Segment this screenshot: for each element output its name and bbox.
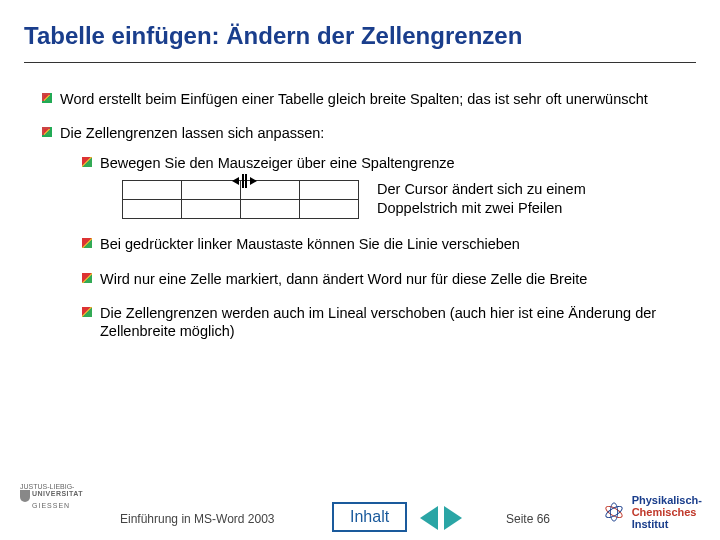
logo-line: UNIVERSITAT [32, 490, 83, 497]
page-number: Seite 66 [506, 512, 550, 526]
logo-line: Chemisches [632, 506, 702, 518]
bullet-item: Word erstellt beim Einfügen einer Tabell… [42, 90, 690, 108]
cursor-description: Der Cursor ändert sich zu einem Doppelst… [377, 180, 647, 216]
logo-line: JUSTUS-LIEBIG- [20, 483, 83, 491]
orbital-icon [603, 501, 625, 523]
logo-line: GIESSEN [20, 502, 83, 510]
sub-bullet-item: Bei gedrückter linker Maustaste können S… [82, 235, 690, 253]
content-area: Word erstellt beim Einfügen einer Tabell… [42, 90, 690, 356]
university-logo: JUSTUS-LIEBIG- UNIVERSITAT GIESSEN [20, 483, 83, 510]
nav-arrows [420, 506, 462, 530]
prev-slide-icon[interactable] [420, 506, 438, 530]
bullet-text: Bei gedrückter linker Maustaste können S… [100, 236, 520, 252]
sub-bullet-item: Bewegen Sie den Mauszeiger über eine Spa… [82, 154, 690, 219]
crest-icon [20, 490, 30, 502]
bullet-text: Word erstellt beim Einfügen einer Tabell… [60, 91, 648, 107]
bullet-text: Bewegen Sie den Mauszeiger über eine Spa… [100, 155, 455, 171]
bullet-text: Die Zellengrenzen werden auch im Lineal … [100, 305, 656, 339]
column-resize-cursor-icon [230, 174, 260, 190]
footer: JUSTUS-LIEBIG- UNIVERSITAT GIESSEN Einfü… [0, 486, 720, 540]
svg-point-2 [610, 503, 617, 521]
institute-logo: Physikalisch- Chemisches Institut [603, 494, 702, 530]
contents-button[interactable]: Inhalt [332, 502, 407, 532]
page-title: Tabelle einfügen: Ändern der Zellengrenz… [24, 22, 696, 50]
title-underline [24, 62, 696, 63]
sub-bullet-item: Wird nur eine Zelle markiert, dann änder… [82, 270, 690, 288]
next-slide-icon[interactable] [444, 506, 462, 530]
sub-bullet-item: Die Zellengrenzen werden auch im Lineal … [82, 304, 690, 340]
logo-line: Institut [632, 518, 702, 530]
logo-line: Physikalisch- [632, 494, 702, 506]
bullet-item: Die Zellengrenzen lassen sich anpassen: … [42, 124, 690, 340]
table-demo: Der Cursor ändert sich zu einem Doppelst… [122, 180, 690, 219]
course-title: Einführung in MS-Word 2003 [120, 512, 275, 526]
bullet-text: Wird nur eine Zelle markiert, dann änder… [100, 271, 587, 287]
slide: Tabelle einfügen: Ändern der Zellengrenz… [0, 0, 720, 540]
bullet-text: Die Zellengrenzen lassen sich anpassen: [60, 125, 324, 141]
